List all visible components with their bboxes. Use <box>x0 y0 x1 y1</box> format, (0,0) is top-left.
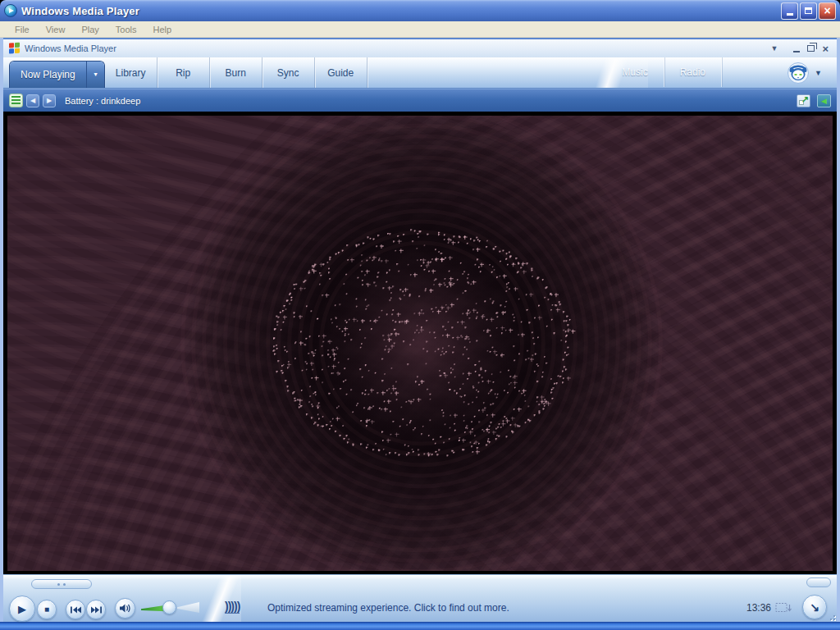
stop-icon: ■ <box>44 605 49 614</box>
playlist-bars-icon <box>11 96 21 105</box>
tab-library[interactable]: Library <box>105 57 158 88</box>
volume-slider-thumb[interactable] <box>162 600 176 614</box>
play-icon: ▶ <box>18 604 26 614</box>
now-playing-dropdown-button[interactable]: ▼ <box>86 62 104 88</box>
menu-item-tools[interactable]: Tools <box>107 25 145 34</box>
minimize-button[interactable] <box>781 2 798 20</box>
wmp-tab-bar: Now Playing ▼ Library Rip Burn Sync Guid… <box>3 57 837 89</box>
controlbar-swoosh <box>199 575 241 622</box>
stop-button[interactable]: ■ <box>37 600 57 619</box>
maximize-video-pane-button[interactable]: ◀ <box>817 94 831 107</box>
battery-visualization-canvas[interactable] <box>7 116 833 571</box>
windows-flag-icon <box>9 43 21 55</box>
inner-close-button[interactable]: × <box>822 43 829 54</box>
volume-track-remainder[interactable] <box>177 602 199 613</box>
time-display-mode-icon[interactable] <box>775 602 793 613</box>
elapsed-time: 13:36 <box>746 602 771 614</box>
wmp-inner-title: Windows Media Player <box>25 43 766 53</box>
close-button[interactable]: × <box>819 2 836 20</box>
seek-slider-thumb[interactable] <box>31 579 92 589</box>
switch-to-skin-mode-button[interactable]: ↘ <box>802 595 827 619</box>
resize-grip[interactable] <box>827 612 835 620</box>
xp-window-title: Windows Media Player <box>21 5 777 17</box>
xp-titlebar[interactable]: Windows Media Player × <box>0 0 840 21</box>
play-button[interactable]: ▶ <box>9 596 35 622</box>
options-chevron-icon[interactable]: ▼ <box>770 44 778 52</box>
menu-bar: File View Play Tools Help <box>0 21 840 38</box>
wmp-inner-titlebar[interactable]: Windows Media Player ▼ × <box>3 38 837 57</box>
visualization-pane[interactable] <box>3 112 837 574</box>
inner-restore-button[interactable] <box>807 45 815 52</box>
transport-control-bar: ▶ ■ ))))) Optimized streaming experience… <box>3 574 837 622</box>
music-store-control: ▼ <box>787 62 822 84</box>
tab-now-playing-label[interactable]: Now Playing <box>10 62 86 88</box>
menu-item-help[interactable]: Help <box>144 25 180 34</box>
close-icon: × <box>824 5 830 16</box>
fullscreen-button[interactable] <box>797 94 810 107</box>
mute-button[interactable] <box>115 598 135 619</box>
now-playing-info-bar: ◀ ▶ Battery : drinkdeep ◀ <box>3 89 837 112</box>
store-dropdown-chevron-icon[interactable]: ▼ <box>815 69 822 77</box>
wmp-app-body: Windows Media Player ▼ × Now Playing ▼ L… <box>0 38 840 622</box>
tab-music[interactable]: Music <box>606 57 664 87</box>
select-visualization-button[interactable] <box>9 94 23 107</box>
seek-slider-end-cap <box>806 578 831 587</box>
tab-sync[interactable]: Sync <box>262 57 315 88</box>
previous-button[interactable] <box>66 600 85 619</box>
restore-icon <box>805 7 812 14</box>
previous-visualization-button[interactable]: ◀ <box>26 94 39 107</box>
visualization-title: Battery : drinkdeep <box>65 96 790 106</box>
next-icon <box>91 606 102 614</box>
chevron-down-icon: ▼ <box>93 71 98 78</box>
minimize-icon <box>787 13 793 16</box>
arrow-left-icon: ◀ <box>30 97 35 104</box>
arrow-right-icon: ▶ <box>47 97 52 104</box>
restore-button[interactable] <box>800 2 817 20</box>
xp-bottom-border <box>0 622 840 630</box>
next-visualization-button[interactable]: ▶ <box>43 94 56 107</box>
tab-radio[interactable]: Radio <box>664 57 722 87</box>
tab-now-playing[interactable]: Now Playing ▼ <box>9 61 105 88</box>
arrow-down-right-icon: ↘ <box>810 601 819 613</box>
menu-item-play[interactable]: Play <box>73 25 107 34</box>
xp-window-buttons: × <box>781 2 836 20</box>
tab-burn[interactable]: Burn <box>210 57 262 88</box>
wmp-inner-controls: ▼ × <box>770 43 831 54</box>
status-message-link[interactable]: Optimized streaming experience. Click to… <box>267 602 509 614</box>
streaming-waves-icon: ))))) <box>225 600 240 614</box>
menu-item-view[interactable]: View <box>38 25 74 34</box>
wmp-window: Windows Media Player × File View Play To… <box>0 0 840 630</box>
tab-rip[interactable]: Rip <box>158 57 210 88</box>
arrow-left-green-icon: ◀ <box>821 97 827 105</box>
inner-minimize-button[interactable] <box>793 51 800 52</box>
next-button[interactable] <box>86 600 106 619</box>
wmp-app-icon <box>4 4 17 17</box>
tab-guide[interactable]: Guide <box>315 57 368 88</box>
previous-icon <box>71 606 81 614</box>
speaker-icon <box>120 604 130 613</box>
napster-cat-logo-icon[interactable] <box>787 62 810 84</box>
menu-item-file[interactable]: File <box>7 25 38 34</box>
service-tabs: Music Radio <box>606 57 722 87</box>
